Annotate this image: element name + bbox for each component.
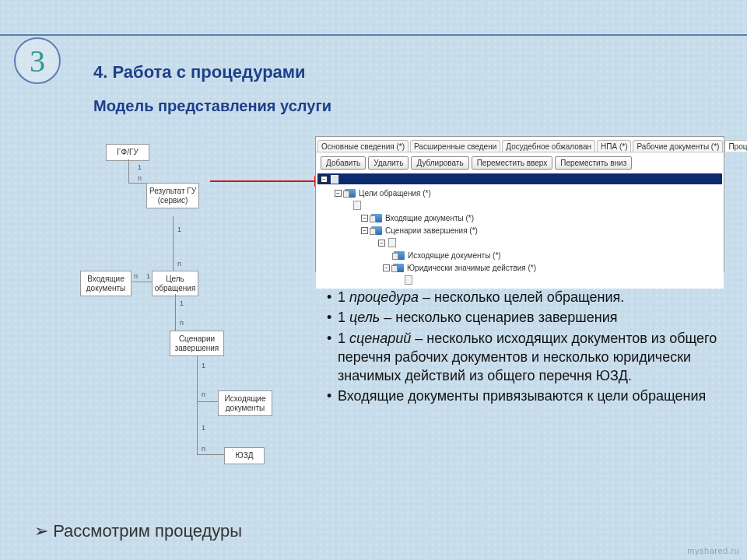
- tab[interactable]: Рабочие документы (*): [633, 140, 723, 152]
- node-result: Результат ГУ (сервис): [146, 183, 199, 208]
- bullet-list: •1 процедура – несколько целей обращения…: [327, 288, 724, 408]
- tree-node: Сценарии завершения (*): [385, 226, 478, 235]
- folder-icon: [371, 214, 382, 222]
- toolbar: ДобавитьУдалитьДублироватьПереместить вв…: [316, 152, 724, 173]
- bullet-text: 1 процедура – несколько целей обращения.: [338, 288, 724, 306]
- doc-icon: [405, 275, 412, 285]
- header-line: [0, 34, 747, 36]
- node-gf-gu: ГФ/ГУ: [106, 144, 149, 161]
- toolbar-button[interactable]: Удалить: [368, 156, 409, 170]
- doc-icon: [353, 201, 361, 210]
- red-arrow: [210, 180, 319, 182]
- node-goal: Цель обращения: [152, 271, 198, 296]
- slide-number-badge: 3: [14, 37, 61, 84]
- page-subtitle: Модель представления услуги: [93, 97, 331, 115]
- tree-node: Исходящие документы (*): [408, 251, 501, 260]
- tab[interactable]: Расширенные сведени: [410, 140, 500, 152]
- bullet-text: 1 цель – несколько сценариев завершения: [338, 308, 724, 327]
- tree-root-bar: −: [317, 173, 722, 184]
- tree-node: Цели обращения (*): [359, 189, 431, 198]
- tree-view: −Цели обращения (*) −Входящие документы …: [316, 184, 724, 289]
- tree-node: Юридически значимые действия (*): [407, 264, 536, 272]
- toolbar-button[interactable]: Дублировать: [411, 156, 468, 170]
- page-title: 4. Работа с процедурами: [93, 62, 306, 82]
- folder-icon: [371, 226, 382, 235]
- toolbar-button[interactable]: Переместить вниз: [555, 156, 632, 170]
- tab[interactable]: Процедуры(*): [724, 140, 747, 152]
- doc-icon: [388, 238, 396, 247]
- bullet-text: 1 сценарий – несколько исходящих докумен…: [338, 329, 724, 386]
- tab-bar: Основные сведения (*)Расширенные сведени…: [316, 137, 724, 152]
- footer-note: ➢ Рассмотрим процедуры: [34, 521, 242, 541]
- tab[interactable]: НПА (*): [597, 140, 631, 152]
- folder-icon: [393, 264, 404, 272]
- tree-node: Входящие документы (*): [385, 214, 474, 222]
- bullet-text: Входящие документы привязываются к цели …: [338, 387, 724, 405]
- tab[interactable]: Досудебное обжалован: [502, 140, 595, 152]
- app-screenshot: Основные сведения (*)Расширенные сведени…: [315, 136, 724, 272]
- node-incoming: Входящие документы: [80, 271, 132, 296]
- node-outgoing: Исходящие документы: [218, 390, 272, 416]
- watermark: myshared.ru: [687, 546, 739, 555]
- toolbar-button[interactable]: Переместить вверх: [472, 156, 553, 170]
- folder-icon: [345, 189, 356, 198]
- folder-icon: [394, 251, 405, 260]
- tab[interactable]: Основные сведения (*): [317, 140, 409, 152]
- node-scenarios: Сценарии завершения: [170, 331, 224, 356]
- node-uzd: ЮЗД: [224, 447, 265, 464]
- toolbar-button[interactable]: Добавить: [321, 156, 366, 170]
